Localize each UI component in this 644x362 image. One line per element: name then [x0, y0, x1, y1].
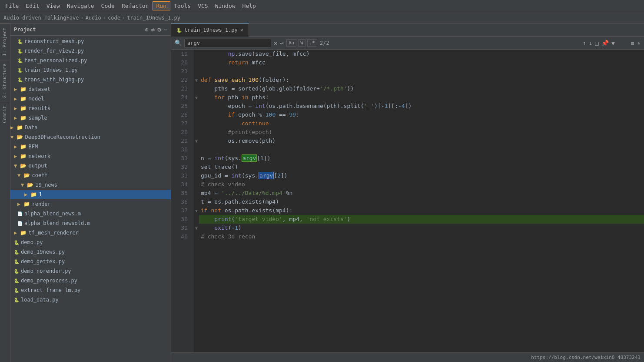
fold-cell[interactable]: [194, 163, 199, 171]
tree-item[interactable]: ▼ 📂Deep3DFaceReconstruction: [10, 132, 171, 142]
tree-item[interactable]: 🐍demo.py: [10, 238, 171, 247]
fold-cell[interactable]: [194, 58, 199, 67]
tree-item[interactable]: ▼ 📂19_news: [10, 180, 171, 190]
prev-match-button[interactable]: ↑: [582, 40, 586, 47]
fold-cell[interactable]: ▼: [194, 224, 199, 232]
line-number: 20: [175, 58, 190, 67]
editor-tab-active[interactable]: 🐍 train_19news_1.py ✕: [171, 23, 249, 37]
tree-item[interactable]: ▼ 📂output: [10, 161, 171, 171]
tree-item[interactable]: ▼ 📂coeff: [10, 171, 171, 180]
tree-item[interactable]: ▶ 📁network: [10, 151, 171, 161]
tree-item[interactable]: ▶ 📁1: [10, 190, 171, 199]
tree-item[interactable]: 📄alpha_blend_newsold.m: [10, 218, 171, 228]
breadcrumb-root[interactable]: Audio-driven-TalkingFave: [3, 15, 79, 21]
tree-item[interactable]: 🐍train_19news_1.py: [10, 65, 171, 75]
fold-cell[interactable]: [194, 119, 199, 128]
tree-item[interactable]: ▶ 📁sample: [10, 113, 171, 123]
whole-word-opt[interactable]: W: [298, 39, 305, 47]
menu-file[interactable]: File: [2, 2, 22, 10]
fold-cell[interactable]: [194, 145, 199, 154]
menu-refactor[interactable]: Refactor: [118, 2, 153, 10]
match-case-opt[interactable]: Aa: [286, 39, 296, 47]
fold-cell[interactable]: [194, 67, 199, 76]
tree-item[interactable]: ▶ 📁Data: [10, 123, 171, 132]
fold-cell[interactable]: [194, 171, 199, 180]
expand-editor-button[interactable]: □: [595, 40, 598, 47]
fold-cell[interactable]: [194, 189, 199, 198]
fold-cell[interactable]: [194, 180, 199, 189]
tab-commit[interactable]: Commit: [0, 102, 10, 127]
fold-cell[interactable]: ▼: [194, 76, 199, 84]
menu-window[interactable]: Window: [212, 2, 239, 10]
fold-cell[interactable]: [194, 232, 199, 241]
settings-icon[interactable]: ⚙: [157, 26, 161, 33]
fold-cell[interactable]: ▼: [194, 93, 199, 102]
search-clear-icon[interactable]: ✕: [274, 40, 277, 47]
code-line: t = os.path.exists(mp4): [199, 198, 644, 206]
tree-item[interactable]: 🐍test_personalized.py: [10, 56, 171, 65]
minimize-icon[interactable]: −: [164, 26, 167, 33]
breadcrumb-file[interactable]: train_19news_1.py: [127, 15, 180, 21]
tree-item[interactable]: 🐍load_data.py: [10, 295, 171, 305]
tree-item[interactable]: ▶ 📁model: [10, 94, 171, 104]
code-editor: 1920212223242526272829303132333435363738…: [171, 50, 644, 352]
menu-view[interactable]: View: [43, 2, 63, 10]
pin-button[interactable]: 📌: [601, 40, 609, 47]
tree-item[interactable]: 🐍demo_gettex.py: [10, 257, 171, 266]
fold-cell[interactable]: ▼: [194, 206, 199, 215]
sync-icon[interactable]: ⇄: [151, 26, 155, 33]
filter-button[interactable]: ▼: [611, 40, 615, 47]
search-prev-match-icon[interactable]: ↩: [280, 40, 283, 47]
breadcrumb-code[interactable]: code: [108, 15, 120, 21]
add-icon[interactable]: ⊕: [145, 26, 148, 33]
code-line: # check 3d recon: [199, 232, 644, 241]
tab-close-icon[interactable]: ✕: [240, 27, 243, 33]
tab-structure[interactable]: 2: Structure: [0, 60, 10, 101]
code-content[interactable]: np.save(save_file, mfcc) return mfccdef …: [199, 50, 644, 352]
tree-item[interactable]: 🐍demo_norender.py: [10, 266, 171, 276]
tree-item[interactable]: 🐍demo_preprocess.py: [10, 276, 171, 285]
menu-run[interactable]: Run: [153, 1, 170, 10]
fold-cell[interactable]: ▼: [194, 137, 199, 145]
tab-project[interactable]: 1: Project: [0, 23, 10, 60]
tree-item[interactable]: ▶ 📁BFM: [10, 142, 171, 151]
menu-navigate[interactable]: Navigate: [63, 2, 98, 10]
tree-item[interactable]: 🐍extract_frame_lm.py: [10, 285, 171, 295]
tree-item[interactable]: 🐍reconstruct_mesh.py: [10, 37, 171, 46]
fold-cell[interactable]: [194, 50, 199, 58]
fold-cell[interactable]: [194, 215, 199, 224]
menu-edit[interactable]: Edit: [22, 2, 43, 10]
fold-cell[interactable]: [194, 128, 199, 137]
fold-cell[interactable]: [194, 84, 199, 93]
tree-item[interactable]: ▶ 📁render: [10, 199, 171, 209]
code-line: n = int(sys.argv[1]): [199, 154, 644, 163]
code-line: os.remove(pth): [199, 137, 644, 145]
fold-cell[interactable]: [194, 111, 199, 119]
menu-vcs[interactable]: VCS: [194, 2, 211, 10]
code-line: if not os.path.exists(mp4):: [199, 206, 644, 215]
line-number: 28: [175, 128, 190, 137]
fold-cell[interactable]: [194, 198, 199, 206]
fold-cell[interactable]: [194, 102, 199, 111]
breadcrumb-audio[interactable]: Audio: [86, 15, 101, 21]
code-line: print('target video', mp4, 'not exists'): [199, 215, 644, 224]
settings-btn[interactable]: ≡: [631, 40, 634, 47]
line-number: 40: [175, 232, 190, 241]
regex-opt[interactable]: .*: [307, 39, 317, 47]
tree-item[interactable]: 🐍demo_19news.py: [10, 247, 171, 257]
tree-item[interactable]: ▶ 📁results: [10, 104, 171, 113]
tree-item[interactable]: 📄alpha_blend_news.m: [10, 209, 171, 218]
menu-tools[interactable]: Tools: [170, 2, 194, 10]
tree-item[interactable]: 🐍render_for_view2.py: [10, 46, 171, 56]
line-number: 23: [175, 84, 190, 93]
tree-item[interactable]: ▶ 📁tf_mesh_renderer: [10, 228, 171, 238]
search-input[interactable]: [184, 39, 271, 47]
next-match-button[interactable]: ↓: [589, 40, 592, 47]
menu-code[interactable]: Code: [98, 2, 118, 10]
tree-item[interactable]: ▶ 📁dataset: [10, 84, 171, 94]
menu-help[interactable]: Help: [239, 2, 259, 10]
code-line: mp4 = '../../Data/%d.mp4'%n: [199, 189, 644, 198]
filter2-btn[interactable]: ⚡: [637, 40, 641, 47]
fold-cell[interactable]: [194, 154, 199, 163]
tree-item[interactable]: 🐍trans_with_bigbg.py: [10, 75, 171, 84]
